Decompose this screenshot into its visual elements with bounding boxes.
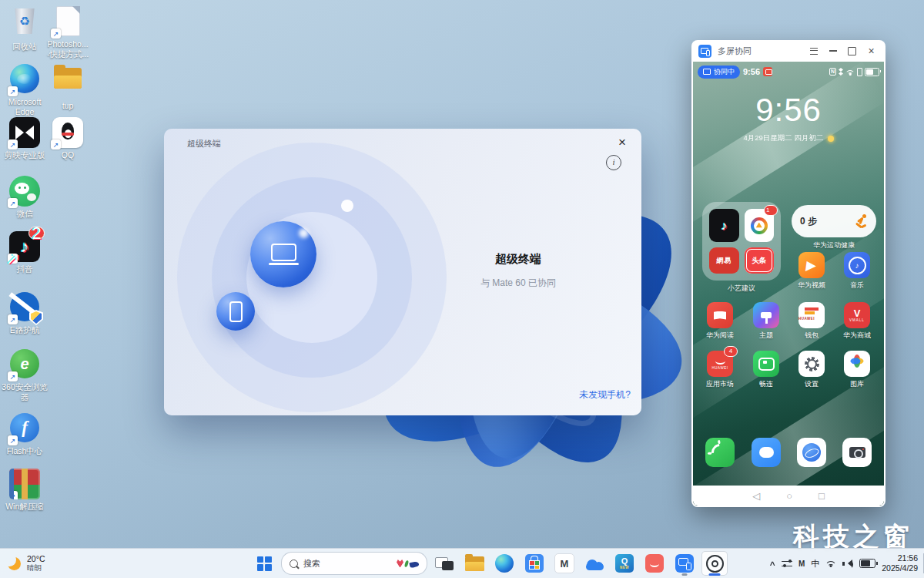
icon-label: 回收站 (0, 42, 49, 52)
phone-app-huawei-video[interactable]: ▶ 华为视频 (785, 252, 838, 291)
phone-app-wallet[interactable]: HUAWEI 钱包 (785, 302, 838, 341)
search-icon (290, 560, 298, 568)
taskbar-weather-widget[interactable]: 20°C 晴朗 (8, 552, 45, 575)
q-app-icon: QNEW (615, 554, 634, 573)
folder-app-douyin[interactable]: ♪ (709, 209, 739, 242)
paint-roller-icon (753, 302, 779, 328)
phone-not-found-link[interactable]: 未发现手机? (579, 388, 631, 402)
runner-icon (854, 214, 868, 228)
folder-app-reminder[interactable]: 1 (745, 209, 775, 242)
file-page-icon: ↗ (52, 6, 83, 37)
360-browser-icon: e ↗ (9, 349, 40, 380)
shortcut-arrow-icon: ↗ (9, 491, 18, 499)
phone-app-settings[interactable]: 设置 (785, 351, 838, 389)
phone-app-gallery[interactable]: 图库 (831, 351, 883, 389)
phone-app-themes[interactable]: 主题 (740, 302, 792, 341)
app-m-button[interactable]: M (551, 551, 578, 576)
shortcut-arrow-icon: ↗ (8, 435, 18, 445)
wifi-icon[interactable] (825, 560, 836, 567)
health-label: 华为运动健康 (792, 240, 876, 250)
folder-app-toutiao[interactable]: 头条 (745, 247, 775, 274)
folder-xiaoyi[interactable]: ♪ 1 網易 头条 (702, 202, 781, 281)
desktop-icon-recycle-bin[interactable]: ♻ 回收站 (0, 6, 49, 52)
shortcut-arrow-icon: ↗ (8, 371, 18, 381)
collaboration-pill[interactable]: 协同中 (698, 66, 740, 79)
phone-app-reader[interactable]: 华为阅读 (694, 302, 746, 341)
tray-m-icon[interactable]: M (798, 560, 805, 568)
phone-app-appgallery[interactable]: HUAWEI 4 应用市场 (694, 351, 746, 389)
info-icon[interactable]: i (606, 155, 621, 170)
tray-date: 2025/4/29 (882, 563, 918, 573)
dock-messages[interactable] (752, 438, 781, 467)
health-widget[interactable]: 0 步 (792, 205, 876, 237)
super-terminal-button[interactable] (701, 551, 728, 576)
taskbar: 20°C 晴朗 搜索 M QNEW ∧ M 中 (0, 548, 924, 578)
phone-app-meetime[interactable]: 畅连 (740, 351, 792, 389)
cloud-app-button[interactable] (581, 551, 608, 576)
edge-icon (495, 554, 514, 573)
dock-phone[interactable] (705, 438, 735, 467)
phone-icon (229, 301, 243, 322)
notification-badge: 1 (764, 205, 778, 216)
pc-device-bubble[interactable] (250, 221, 316, 287)
input-method-indicator[interactable]: 中 (811, 558, 819, 570)
desktop-icon-wechat[interactable]: ↗ 微信 (0, 176, 49, 219)
nav-recents-icon[interactable]: □ (819, 490, 825, 502)
desktop-icon-360-browser[interactable]: e ↗ 360安全浏览器 (0, 348, 49, 402)
appgallery-icon: HUAWEI 4 (707, 351, 733, 377)
microsoft-store-button[interactable] (521, 551, 547, 576)
close-icon[interactable]: × (862, 42, 881, 59)
desktop-icon-microsoft-edge[interactable]: ↗ MicrosoftEdge (0, 63, 49, 117)
folder-icon (52, 68, 83, 99)
shortcut-arrow-icon: ↗ (8, 254, 18, 264)
phone-window-title: 多屏协同 (718, 45, 804, 57)
desktop-icon-qq[interactable]: ↗ QQ (43, 117, 92, 160)
desktop-icon-folder-tup[interactable]: tup (43, 63, 92, 111)
desktop-icon-flash-center[interactable]: f ↗ Flash中心 (0, 412, 49, 456)
camera-icon (849, 447, 865, 458)
phone-app-music[interactable]: ♪ 音乐 (831, 252, 883, 291)
phone-device-bubble[interactable] (216, 292, 255, 331)
desktop-icon-ccb-esafe[interactable]: ↗ E路护航 (0, 291, 49, 335)
menu-icon[interactable] (804, 42, 823, 59)
folder-label: 小艺建议 (702, 284, 781, 294)
phone-app-vmall[interactable]: VVMALL 华为商城 (831, 302, 883, 341)
desktop-icon-douyin[interactable]: ♪ 2 ↗ 抖音 (0, 231, 49, 274)
status-badge-red (763, 67, 772, 76)
gear-icon (798, 351, 825, 377)
folder-app-netease[interactable]: 網易 (709, 247, 739, 274)
flash-icon: f ↗ (9, 413, 40, 444)
close-icon[interactable]: × (612, 133, 632, 152)
start-button[interactable] (251, 551, 277, 576)
task-view-icon (435, 557, 454, 570)
search-input[interactable]: 搜索 (281, 552, 427, 575)
maximize-icon[interactable] (842, 42, 862, 59)
desktop-icon-capcut[interactable]: ↗ 剪映专业版 (0, 117, 49, 160)
winrar-icon: ↗ (9, 469, 40, 499)
volume-icon[interactable] (842, 560, 853, 568)
task-view-button[interactable] (431, 551, 457, 576)
bluetooth-icon (839, 68, 843, 76)
globe-icon (802, 443, 821, 462)
dock-browser[interactable] (797, 438, 826, 467)
desktop-icon-winrar[interactable]: ↗ Win解压缩 (0, 469, 49, 512)
nav-home-icon[interactable]: ○ (786, 490, 792, 502)
wallet-icon: HUAWEI (798, 302, 825, 328)
battery-icon[interactable] (859, 559, 875, 568)
tray-chevron-icon[interactable]: ∧ (769, 560, 777, 567)
desktop-icon-photoshop-shortcut[interactable]: ↗ Photosho...-快捷方式... (43, 6, 92, 59)
notification-badge: 2 (28, 227, 45, 240)
dock-camera[interactable] (842, 438, 872, 467)
file-explorer-button[interactable] (461, 551, 487, 576)
nav-back-icon[interactable]: ◁ (752, 490, 760, 502)
tray-sliders-icon[interactable] (782, 560, 792, 568)
minimize-icon[interactable] (823, 42, 842, 59)
bank-shield-icon: ↗ (9, 292, 40, 323)
red-app-button[interactable] (641, 551, 668, 576)
multi-screen-collab-button[interactable] (671, 551, 698, 576)
tray-clock[interactable]: 21:56 2025/4/29 (882, 553, 918, 573)
phone-screen[interactable]: 协同中 9:56 N 9:56 4月29日星期二 四月初二 ♪ 1 (693, 62, 884, 506)
chat-bubble-icon (759, 447, 774, 458)
q-mail-button[interactable]: QNEW (611, 551, 638, 576)
edge-button[interactable] (491, 551, 517, 576)
